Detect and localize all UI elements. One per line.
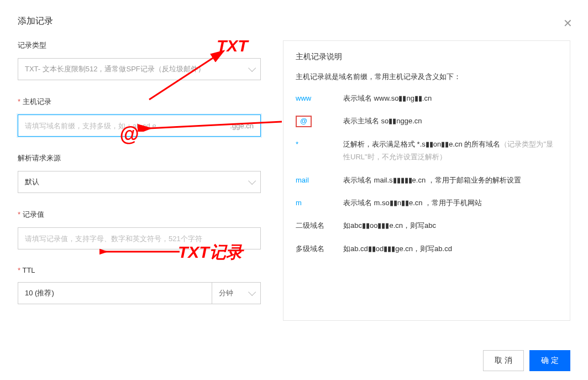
help-val: 如ab.cd▮▮od▮▮▮ge.cn，则写ab.cd bbox=[343, 242, 452, 255]
help-row: *泛解析，表示满足格式 *.s▮▮on▮▮e.cn 的所有域名（记录类型为"显性… bbox=[296, 138, 558, 164]
chevron-down-icon bbox=[248, 64, 256, 72]
value-label: 记录值 bbox=[18, 210, 261, 220]
help-title: 主机记录说明 bbox=[296, 52, 558, 62]
help-key: www bbox=[296, 92, 343, 105]
help-val: 如abc▮▮oo▮▮▮e.cn，则写abc bbox=[343, 219, 436, 232]
help-row: www表示域名 www.so▮▮ng▮▮.cn bbox=[296, 92, 558, 105]
help-key: mail bbox=[296, 174, 343, 186]
help-hint: 主机记录就是域名前缀，常用主机记录及含义如下： bbox=[296, 72, 558, 82]
cancel-button[interactable]: 取 消 bbox=[483, 350, 524, 371]
help-key: 二级域名 bbox=[296, 219, 343, 232]
field-line: 解析请求来源 默认 bbox=[18, 153, 261, 193]
ttl-unit-select[interactable]: 分钟 bbox=[212, 283, 260, 304]
help-row: m表示域名 m.so▮▮n▮▮e.cn ，常用于手机网站 bbox=[296, 196, 558, 209]
field-record-type: 记录类型 TXT- 文本长度限制512，通常做SPF记录（反垃圾邮件） bbox=[18, 40, 261, 80]
help-table: www表示域名 www.so▮▮ng▮▮.cn@表示主域名 so▮▮ngge.c… bbox=[296, 92, 558, 255]
field-value: 记录值 bbox=[18, 210, 261, 249]
help-val: 泛解析，表示满足格式 *.s▮▮on▮▮e.cn 的所有域名（记录类型为"显性U… bbox=[343, 138, 558, 164]
dialog-footer: 取 消 确 定 bbox=[483, 350, 570, 371]
ok-button[interactable]: 确 定 bbox=[529, 350, 570, 371]
close-icon[interactable]: ✕ bbox=[563, 17, 573, 30]
ttl-value: 10 (推荐) bbox=[25, 288, 54, 298]
help-val: 表示域名 www.so▮▮ng▮▮.cn bbox=[343, 92, 432, 105]
help-key: @ bbox=[296, 114, 343, 127]
add-record-dialog: 添加记录 ✕ 记录类型 TXT- 文本长度限制512，通常做SPF记录（反垃圾邮… bbox=[0, 0, 588, 380]
host-suffix: .gge.cn bbox=[224, 122, 254, 130]
record-type-select[interactable]: TXT- 文本长度限制512，通常做SPF记录（反垃圾邮件） bbox=[18, 58, 261, 80]
help-panel: 主机记录说明 主机记录就是域名前缀，常用主机记录及含义如下： www表示域名 w… bbox=[283, 40, 570, 321]
value-input-wrapper[interactable] bbox=[18, 227, 261, 249]
chevron-down-icon bbox=[248, 288, 256, 296]
dialog-title: 添加记录 bbox=[18, 15, 570, 27]
host-input[interactable] bbox=[25, 122, 224, 130]
host-input-wrapper[interactable]: .gge.cn bbox=[18, 114, 261, 137]
help-row: 多级域名如ab.cd▮▮od▮▮▮ge.cn，则写ab.cd bbox=[296, 242, 558, 255]
form-panel: 记录类型 TXT- 文本长度限制512，通常做SPF记录（反垃圾邮件） 主机记录… bbox=[18, 40, 261, 321]
field-host: 主机记录 .gge.cn bbox=[18, 97, 261, 137]
help-key: m bbox=[296, 196, 343, 209]
chevron-down-icon bbox=[248, 177, 256, 185]
line-label: 解析请求来源 bbox=[18, 153, 261, 163]
help-row: 二级域名如abc▮▮oo▮▮▮e.cn，则写abc bbox=[296, 219, 558, 232]
help-key: * bbox=[296, 138, 343, 150]
line-select[interactable]: 默认 bbox=[18, 171, 261, 193]
help-key: 多级域名 bbox=[296, 242, 343, 255]
ttl-unit: 分钟 bbox=[219, 288, 233, 298]
help-val: 表示主域名 so▮▮ngge.cn bbox=[343, 114, 422, 127]
ttl-label: TTL bbox=[18, 266, 261, 274]
line-value: 默认 bbox=[25, 177, 39, 187]
help-val: 表示域名 mail.s▮▮▮▮▮e.cn ，常用于邮箱业务的解析设置 bbox=[343, 174, 521, 186]
field-ttl: TTL 10 (推荐) 分钟 bbox=[18, 266, 261, 304]
help-val: 表示域名 m.so▮▮n▮▮e.cn ，常用于手机网站 bbox=[343, 196, 482, 209]
host-label: 主机记录 bbox=[18, 97, 261, 107]
value-input[interactable] bbox=[25, 235, 254, 243]
help-row: mail表示域名 mail.s▮▮▮▮▮e.cn ，常用于邮箱业务的解析设置 bbox=[296, 174, 558, 186]
help-row: @表示主域名 so▮▮ngge.cn bbox=[296, 114, 558, 127]
record-type-label: 记录类型 bbox=[18, 40, 261, 50]
record-type-value: TXT- 文本长度限制512，通常做SPF记录（反垃圾邮件） bbox=[25, 64, 205, 74]
dialog-body: 记录类型 TXT- 文本长度限制512，通常做SPF记录（反垃圾邮件） 主机记录… bbox=[18, 40, 570, 321]
ttl-select[interactable]: 10 (推荐) 分钟 bbox=[18, 282, 261, 304]
